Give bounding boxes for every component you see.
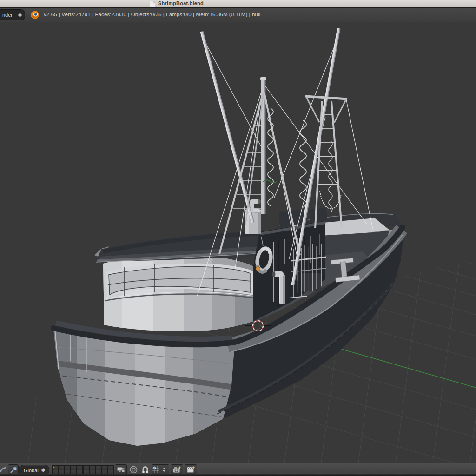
opengl-render-still-icon[interactable]	[171, 464, 183, 475]
layer-cell[interactable]	[77, 470, 82, 475]
lock-to-scene-icon[interactable]	[115, 464, 127, 475]
layer-cell[interactable]	[71, 470, 76, 475]
render-engine-dropdown[interactable]: nder	[0, 9, 25, 20]
dropdown-spinner-icon[interactable]	[41, 468, 45, 472]
layer-cell[interactable]	[84, 466, 89, 470]
snap-increment-icon	[152, 466, 160, 474]
layer-cell[interactable]	[102, 470, 107, 475]
blender-window: ShrimpBoat.blend nder v2.65 | Verts:2479…	[0, 0, 476, 476]
layer-cell[interactable]	[84, 470, 89, 475]
layer-cell[interactable]	[96, 470, 101, 475]
scale-manipulator-icon[interactable]	[8, 464, 19, 475]
rotate-manipulator-icon[interactable]	[0, 465, 7, 475]
view3d-header: Global	[0, 463, 476, 476]
document-icon	[150, 1, 155, 7]
snap-magnet-icon[interactable]	[140, 465, 150, 475]
layer-cell[interactable]	[96, 466, 101, 470]
layer-buttons-group-1	[52, 465, 83, 475]
layer-cell[interactable]	[108, 466, 113, 470]
cabin	[100, 251, 255, 335]
layer-cell[interactable]	[77, 466, 82, 470]
dropdown-spinner-icon	[162, 468, 166, 472]
transform-orientation-label: Global	[24, 468, 39, 473]
snap-increment-dropdown[interactable]	[152, 464, 169, 475]
layer-cell[interactable]	[65, 466, 70, 470]
layer-cell[interactable]	[59, 470, 64, 475]
layer-cell[interactable]	[102, 466, 107, 470]
window-title: ShrimpBoat.blend	[158, 0, 204, 6]
scene-stats: v2.65 | Verts:24791 | Faces:23930 | Obje…	[44, 12, 260, 17]
opengl-render-anim-icon[interactable]	[185, 464, 197, 475]
viewport-3d[interactable]	[0, 22, 476, 463]
layer-cell[interactable]	[53, 466, 58, 470]
cabin-roof	[94, 231, 261, 262]
transform-orientation-dropdown[interactable]: Global	[19, 465, 49, 476]
active-layer-dot	[53, 466, 55, 468]
layer-buttons-group-2	[83, 465, 114, 475]
render-engine-label: nder	[2, 12, 13, 18]
shrimpboat-model[interactable]	[46, 28, 403, 456]
layer-cell[interactable]	[53, 470, 58, 475]
layer-cell[interactable]	[90, 470, 95, 475]
layer-cell[interactable]	[65, 470, 70, 475]
layer-cell[interactable]	[90, 466, 95, 470]
layer-cell[interactable]	[108, 470, 113, 475]
layer-cell[interactable]	[59, 466, 64, 470]
window-titlebar: ShrimpBoat.blend	[0, 0, 476, 7]
dropdown-spinner-icon[interactable]	[18, 13, 22, 17]
info-header: nder v2.65 | Verts:24791 | Faces:23930 |…	[0, 7, 476, 22]
layer-cell[interactable]	[71, 466, 76, 470]
proportional-edit-icon[interactable]	[128, 465, 139, 475]
blender-logo-icon	[30, 10, 40, 20]
orange-marker	[256, 267, 260, 271]
